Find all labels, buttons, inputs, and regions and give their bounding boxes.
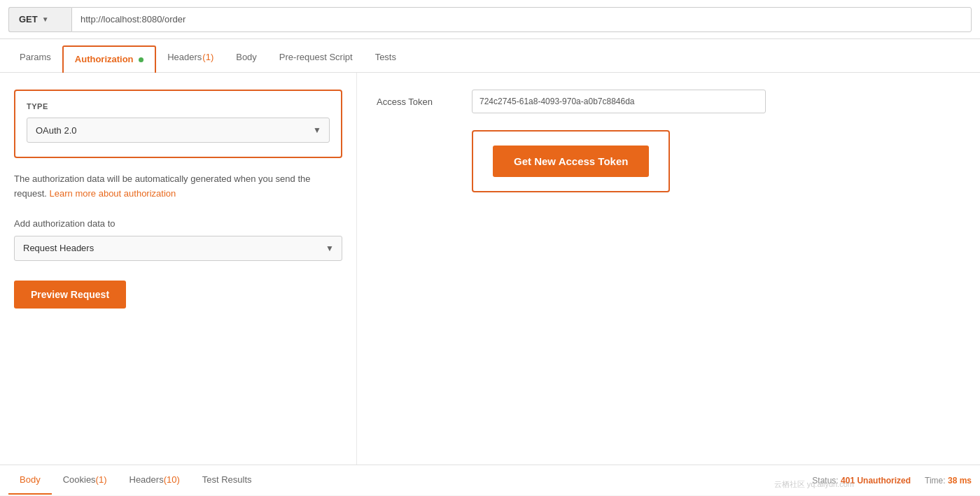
tab-params[interactable]: Params <box>8 43 62 72</box>
description-text: The authorization data will be automatic… <box>14 172 342 201</box>
bottom-tab-body[interactable]: Body <box>8 466 52 495</box>
tab-authorization[interactable]: Authorization <box>62 45 156 73</box>
authorization-dot <box>139 57 144 62</box>
type-select-wrapper: OAuth 2.0 No Auth Bearer Token Basic Aut… <box>27 118 330 143</box>
learn-more-link[interactable]: Learn more about authorization <box>50 188 176 199</box>
bottom-tab-headers[interactable]: Headers(10) <box>118 466 191 495</box>
bottom-tab-test-results[interactable]: Test Results <box>191 466 263 495</box>
tab-prerequest[interactable]: Pre-request Script <box>268 43 364 72</box>
tab-tests[interactable]: Tests <box>364 43 407 72</box>
status-bar: Status: 401 Unauthorized Time: 38 ms <box>812 476 972 486</box>
get-token-box: Get New Access Token <box>472 130 670 192</box>
add-auth-section: Add authorization data to Request Header… <box>14 218 342 261</box>
preview-request-button[interactable]: Preview Request <box>14 281 126 309</box>
main-content: TYPE OAuth 2.0 No Auth Bearer Token Basi… <box>0 73 980 465</box>
type-select[interactable]: OAuth 2.0 No Auth Bearer Token Basic Aut… <box>27 118 330 143</box>
tab-headers[interactable]: Headers(1) <box>156 43 225 72</box>
access-token-row: Access Token <box>377 90 960 113</box>
url-input[interactable] <box>71 7 972 32</box>
method-selector[interactable]: GET ▼ <box>8 7 71 32</box>
url-bar: GET ▼ <box>0 0 980 39</box>
time-label: Time: 38 ms <box>925 476 972 486</box>
time-value: 38 ms <box>948 476 972 486</box>
add-auth-select-wrapper: Request Headers Request URL ▼ <box>14 236 342 261</box>
bottom-bar: Body Cookies(1) Headers(10) Test Results… <box>0 465 980 495</box>
method-chevron: ▼ <box>42 15 49 23</box>
access-token-input[interactable] <box>472 90 766 113</box>
tab-body[interactable]: Body <box>225 43 268 72</box>
method-label: GET <box>19 14 38 24</box>
left-panel: TYPE OAuth 2.0 No Auth Bearer Token Basi… <box>0 73 357 465</box>
bottom-tab-cookies[interactable]: Cookies(1) <box>52 466 118 495</box>
add-auth-select[interactable]: Request Headers Request URL <box>14 236 342 261</box>
add-auth-label: Add authorization data to <box>14 218 342 229</box>
request-tabs: Params Authorization Headers(1) Body Pre… <box>0 39 980 73</box>
status-label: Status: 401 Unauthorized <box>812 476 911 486</box>
get-new-access-token-button[interactable]: Get New Access Token <box>493 146 649 177</box>
access-token-label: Access Token <box>377 97 461 107</box>
type-label: TYPE <box>27 102 330 111</box>
type-section: TYPE OAuth 2.0 No Auth Bearer Token Basi… <box>14 90 342 158</box>
status-value: 401 Unauthorized <box>841 476 911 486</box>
right-panel: Access Token Get New Access Token <box>357 73 980 465</box>
bottom-tabs: Body Cookies(1) Headers(10) Test Results <box>8 466 263 495</box>
